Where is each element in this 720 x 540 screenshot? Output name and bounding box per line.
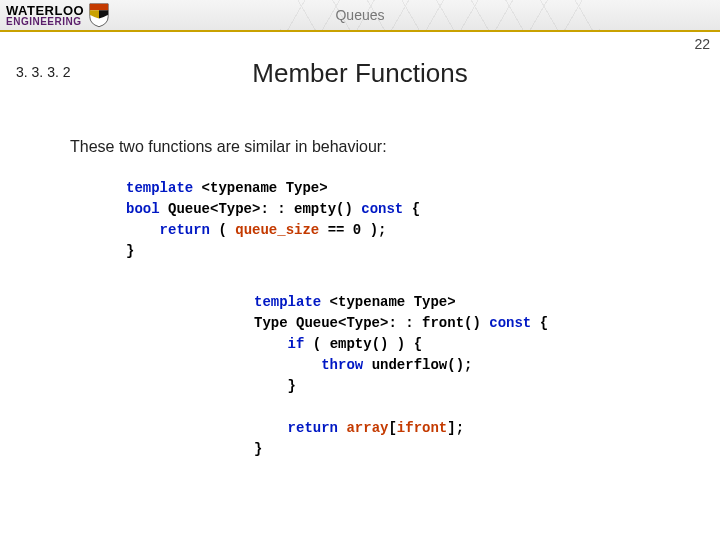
code-token: [254, 336, 288, 352]
header-background-pattern: [280, 0, 600, 30]
code-token: if: [288, 336, 305, 352]
code-token: [254, 420, 288, 436]
logo-word-top: WATERLOO: [6, 4, 84, 17]
logo-text-block: WATERLOO ENGINEERING: [6, 4, 84, 27]
shield-icon: [88, 2, 110, 28]
code-token: <typename Type>: [193, 180, 327, 196]
code-token: [: [388, 420, 396, 436]
code-token: array: [346, 420, 388, 436]
code-token: return: [288, 420, 338, 436]
code-token: [126, 222, 160, 238]
slide-title: Member Functions: [252, 58, 467, 89]
code-block-front: template <typename Type> Type Queue<Type…: [254, 292, 548, 460]
code-token: queue_size: [235, 222, 319, 238]
code-token: }: [254, 441, 262, 457]
code-token: ifront: [397, 420, 447, 436]
code-token: template: [254, 294, 321, 310]
page-number: 22: [694, 36, 710, 52]
code-token: ( empty() ) {: [304, 336, 422, 352]
code-token: : : empty(): [260, 201, 361, 217]
code-token: bool: [126, 201, 160, 217]
code-token: return: [160, 222, 210, 238]
code-token: template: [126, 180, 193, 196]
waterloo-logo: WATERLOO ENGINEERING: [6, 2, 110, 28]
code-token: Queue<Type>: [288, 315, 389, 331]
intro-text: These two functions are similar in behav…: [70, 138, 387, 156]
code-token: const: [489, 315, 531, 331]
code-token: underflow();: [363, 357, 472, 373]
code-token: const: [361, 201, 403, 217]
header-topic: Queues: [335, 7, 384, 23]
code-token: }: [288, 378, 296, 394]
code-token: {: [403, 201, 420, 217]
code-block-empty: template <typename Type> bool Queue<Type…: [126, 178, 420, 262]
code-token: == 0 );: [319, 222, 386, 238]
code-token: : : front(): [388, 315, 489, 331]
code-token: <typename Type>: [321, 294, 455, 310]
code-token: }: [126, 243, 134, 259]
code-token: (: [210, 222, 235, 238]
code-token: {: [531, 315, 548, 331]
code-token: throw: [321, 357, 363, 373]
code-token: Type: [254, 315, 288, 331]
code-token: ];: [447, 420, 464, 436]
code-token: [254, 378, 288, 394]
header-bar: WATERLOO ENGINEERING Queues: [0, 0, 720, 32]
logo-word-bottom: ENGINEERING: [6, 17, 84, 27]
section-number: 3. 3. 3. 2: [16, 64, 70, 80]
code-token: [254, 357, 321, 373]
code-token: Queue<Type>: [160, 201, 261, 217]
